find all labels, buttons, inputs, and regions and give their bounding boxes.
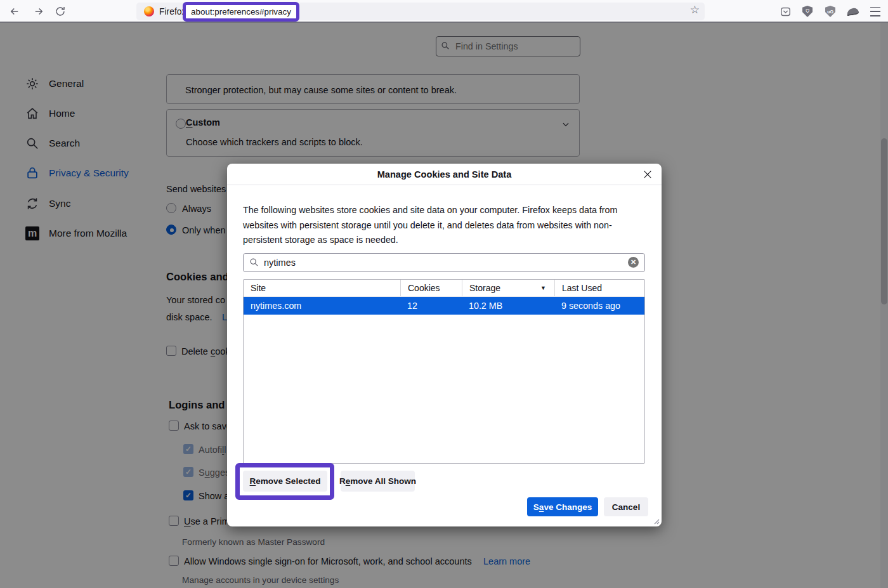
resize-grip[interactable] (653, 518, 660, 525)
reload-button[interactable] (53, 4, 67, 18)
sort-descending-icon: ▼ (540, 285, 546, 291)
back-icon (9, 6, 20, 17)
reload-icon (55, 6, 66, 17)
cell-last-used: 9 seconds ago (554, 301, 644, 311)
search-icon (249, 258, 259, 267)
menu-icon (870, 7, 880, 8)
column-header-last-used[interactable]: Last Used (554, 280, 644, 296)
cancel-button[interactable]: Cancel (604, 497, 648, 516)
table-header: Site Cookies Storage▼ Last Used (244, 280, 644, 297)
firefox-window: Firefox ☆ ⛉ uO about:preferences#privacy… (0, 0, 888, 588)
bookmark-star-icon[interactable]: ☆ (690, 3, 700, 16)
dialog-titlebar: Manage Cookies and Site Data (227, 164, 662, 185)
bitwarden-shield-icon: ⛉ (802, 6, 813, 17)
site-search-input[interactable] (243, 253, 645, 272)
table-row[interactable]: nytimes.com 12 10.2 MB 9 seconds ago (244, 297, 644, 315)
browser-toolbar: Firefox ☆ ⛉ uO (0, 0, 888, 23)
firefox-favicon (144, 6, 154, 16)
forward-button[interactable] (32, 4, 46, 18)
cell-storage: 10.2 MB (462, 301, 554, 311)
menu-button[interactable] (869, 5, 882, 18)
save-changes-button[interactable]: Save Changes (527, 497, 598, 516)
column-header-cookies[interactable]: Cookies (400, 280, 462, 296)
ublock-shield-icon: uO (825, 6, 835, 17)
back-button[interactable] (8, 4, 22, 18)
cell-site: nytimes.com (244, 301, 400, 311)
remove-all-shown-button[interactable]: Remove All Shown (341, 471, 415, 492)
sneaker-extension-icon (846, 7, 859, 16)
clear-search-button[interactable]: ✕ (628, 257, 639, 268)
pocket-icon (780, 6, 792, 18)
sneaker-extension-button[interactable] (846, 5, 859, 18)
ublock-extension-button[interactable]: uO (824, 5, 837, 18)
annotation-url-highlight: about:preferences#privacy (183, 2, 299, 22)
annotation-remove-selected-highlight (235, 463, 334, 500)
forward-icon (33, 6, 44, 17)
dialog-title: Manage Cookies and Site Data (227, 164, 662, 185)
url-text[interactable]: about:preferences#privacy (191, 7, 291, 16)
cell-cookies: 12 (400, 301, 462, 311)
bitwarden-extension-button[interactable]: ⛉ (801, 5, 814, 18)
close-icon[interactable] (643, 169, 653, 180)
pocket-button[interactable] (779, 5, 792, 18)
column-header-site[interactable]: Site (244, 280, 400, 296)
dialog-description: The following websites store cookies and… (243, 203, 649, 248)
site-data-table: Site Cookies Storage▼ Last Used nytimes.… (243, 279, 645, 464)
column-header-storage[interactable]: Storage▼ (462, 280, 554, 296)
